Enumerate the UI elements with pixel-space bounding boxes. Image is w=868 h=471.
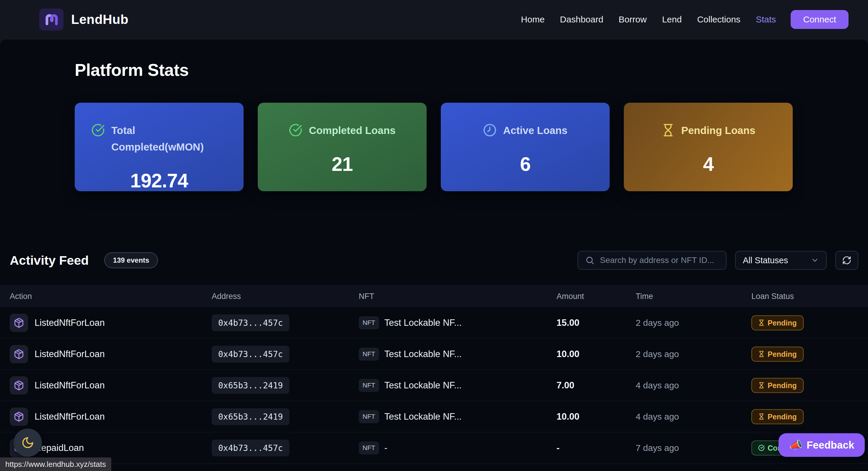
nft-badge: NFT [359,316,379,329]
time-value: 4 days ago [636,380,679,390]
dark-mode-toggle-button[interactable] [13,429,42,457]
status-badge-pending: Pending [751,409,804,424]
nft-badge: NFT [359,348,379,360]
stat-card-label: Pending Loans [681,122,755,139]
connect-wallet-button[interactable]: Connect [790,10,848,29]
feed-controls: All Statuses [578,251,858,270]
column-header-action: Action [10,291,32,301]
amount-value: 10.00 [557,349,580,359]
nav-item-stats[interactable]: Stats [755,13,776,26]
package-cube-icon [10,345,28,363]
nft-badge: NFT [359,441,379,454]
status-filter-value: All Statuses [743,256,788,265]
column-header-amount: Amount [557,291,584,301]
status-badge-pending: Pending [751,378,804,393]
time-value: 7 days ago [636,443,679,453]
amount-value: 15.00 [557,318,580,328]
nft-name: Test Lockable NF... [384,349,462,359]
stat-card-value: 192.74 [91,169,227,192]
brand-name: LendHub [71,12,128,27]
address-chip: 0x65b3...2419 [212,377,289,394]
activity-feed-title: Activity Feed [10,253,89,268]
action-label: ListedNftForLoan [35,318,105,328]
table-header-row: Action Address NFT Amount Time Loan Stat… [0,285,868,307]
check-circle-icon [758,445,765,451]
column-header-loan-status: Loan Status [751,291,794,301]
amount-value: 10.00 [557,411,580,422]
column-header-time: Time [636,291,653,301]
action-label: RepaidLoan [35,443,84,453]
action-label: ListedNftForLoan [35,411,105,422]
hourglass-icon [758,351,765,357]
amount-value: 7.00 [557,380,574,391]
nft-name: Test Lockable NF... [384,380,462,391]
stat-card-label: Completed Loans [309,122,396,139]
stat-card-value: 6 [457,153,593,175]
chevron-down-icon [811,256,819,264]
events-count-badge: 139 events [104,252,158,268]
amount-value: - [557,443,559,453]
table-row: ListedNftForLoan 0x4b73...457c NFT Test … [0,307,868,339]
check-circle-icon [289,123,302,137]
brand-logo[interactable]: LendHub [39,8,128,30]
stat-card-active-loans: Active Loans 6 [441,103,610,191]
check-circle-icon [91,123,105,137]
feedback-label: Feedback [807,439,854,451]
stat-card-value: 21 [274,153,410,175]
activity-table-body: ListedNftForLoan 0x4b73...457c NFT Test … [0,307,868,471]
package-cube-icon [10,314,28,332]
refresh-button[interactable] [835,251,858,270]
status-badge-pending: Pending [751,315,804,330]
activity-feed-header: Activity Feed 139 events All Statuses [10,251,858,270]
nft-badge: NFT [359,379,379,392]
nft-name: - [384,443,388,453]
nav-item-lend[interactable]: Lend [661,13,682,26]
status-badge-pending: Pending [751,346,804,362]
nav-item-collections[interactable]: Collections [696,13,741,26]
nft-name: Test Lockable NF... [384,411,462,422]
hourglass-icon [758,320,765,326]
package-cube-icon [10,408,28,426]
package-cube-icon [10,376,28,395]
nav-item-home[interactable]: Home [521,13,545,26]
hourglass-icon [758,382,765,389]
nav-item-borrow[interactable]: Borrow [618,13,647,26]
refresh-icon [842,256,851,265]
stat-card-total-completed: Total Completed(wMON) 192.74 [75,103,244,191]
table-row: ListedNftForLoan 0x65b3...2419 NFT Test … [0,401,868,432]
hourglass-icon [758,413,765,420]
action-label: ListedNftForLoan [35,380,105,391]
feedback-button[interactable]: 📣 Feedback [779,433,865,457]
stat-cards-row: Total Completed(wMON) 192.74 Completed L… [75,103,793,191]
search-icon [585,256,595,265]
search-box[interactable] [578,251,726,270]
nav-item-dashboard[interactable]: Dashboard [559,13,604,26]
search-input[interactable] [600,256,719,265]
address-chip: 0x65b3...2419 [212,408,289,425]
column-header-nft: NFT [359,291,374,301]
table-row: ListedNftForLoan 0x65b3...2419 NFT Test … [0,370,868,401]
lendhub-stats-page: LendHub Home Dashboard Borrow Lend Colle… [0,0,868,471]
stat-card-label: Total Completed(wMON) [111,122,212,155]
hourglass-icon [661,123,675,137]
nft-badge: NFT [359,410,379,423]
time-value: 2 days ago [636,318,679,328]
nft-name: Test Lockable NF... [384,318,462,328]
main-panel: Platform Stats Total Completed(wMON) 192… [0,39,868,471]
lendhub-logo-icon [39,8,63,30]
address-chip: 0x4b73...457c [212,314,289,331]
navbar: LendHub Home Dashboard Borrow Lend Colle… [0,0,868,39]
table-row: RepaidLoan 0x4b73...457c NFT - - 7 days … [0,432,868,464]
stat-card-completed-loans: Completed Loans 21 [258,103,427,191]
column-header-address: Address [212,291,241,301]
table-row-partial: NFT [0,464,868,471]
status-filter-select[interactable]: All Statuses [735,251,827,270]
address-chip: 0x4b73...457c [212,439,289,456]
table-row: ListedNftForLoan 0x4b73...457c NFT Test … [0,339,868,370]
clock-icon [483,123,497,137]
time-value: 2 days ago [636,349,679,359]
time-value: 4 days ago [636,412,679,422]
address-chip: 0x4b73...457c [212,346,289,363]
action-label: ListedNftForLoan [35,349,105,359]
stat-card-value: 4 [640,153,776,175]
